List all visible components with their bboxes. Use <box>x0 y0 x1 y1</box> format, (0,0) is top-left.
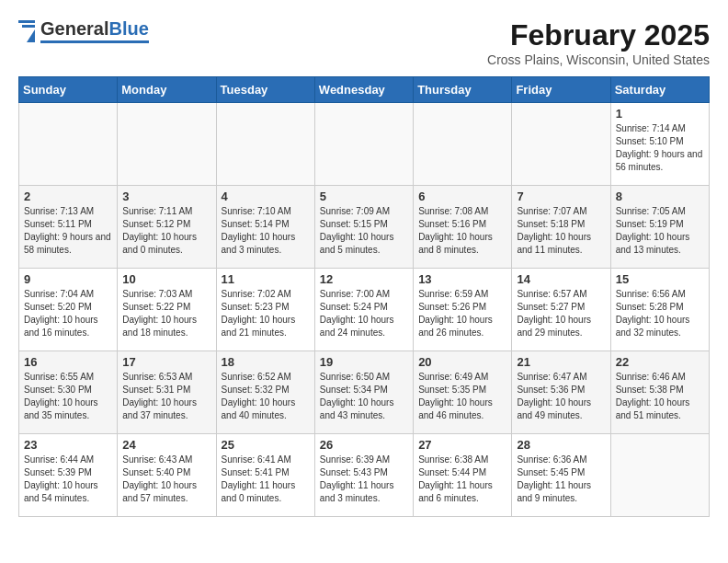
day-info: Sunrise: 7:00 AM Sunset: 5:24 PM Dayligh… <box>320 288 408 339</box>
calendar-week-row: 23Sunrise: 6:44 AM Sunset: 5:39 PM Dayli… <box>19 434 710 517</box>
calendar-day-cell <box>414 103 512 186</box>
day-info: Sunrise: 6:41 AM Sunset: 5:41 PM Dayligh… <box>222 454 310 505</box>
calendar-day-cell <box>216 103 314 186</box>
day-info: Sunrise: 7:04 AM Sunset: 5:20 PM Dayligh… <box>24 288 112 339</box>
calendar-day-cell: 14Sunrise: 6:57 AM Sunset: 5:27 PM Dayli… <box>512 269 610 351</box>
day-info: Sunrise: 7:05 AM Sunset: 5:19 PM Dayligh… <box>616 205 704 257</box>
day-number: 1 <box>616 107 704 121</box>
calendar-header-friday: Friday <box>512 77 610 103</box>
logo-blue: Blue <box>108 18 148 39</box>
calendar-day-cell: 15Sunrise: 6:56 AM Sunset: 5:28 PM Dayli… <box>610 269 709 351</box>
day-info: Sunrise: 6:50 AM Sunset: 5:34 PM Dayligh… <box>320 371 408 422</box>
day-info: Sunrise: 7:09 AM Sunset: 5:15 PM Dayligh… <box>320 205 408 257</box>
calendar-day-cell: 12Sunrise: 7:00 AM Sunset: 5:24 PM Dayli… <box>314 269 413 351</box>
calendar-day-cell: 22Sunrise: 6:46 AM Sunset: 5:38 PM Dayli… <box>610 351 709 434</box>
calendar-header-thursday: Thursday <box>414 77 512 103</box>
calendar-day-cell: 24Sunrise: 6:43 AM Sunset: 5:40 PM Dayli… <box>118 434 216 517</box>
calendar-header-saturday: Saturday <box>610 77 709 103</box>
day-number: 5 <box>320 190 408 203</box>
calendar-day-cell: 20Sunrise: 6:49 AM Sunset: 5:35 PM Dayli… <box>414 351 512 434</box>
day-number: 23 <box>24 438 112 452</box>
calendar-week-row: 2Sunrise: 7:13 AM Sunset: 5:11 PM Daylig… <box>19 186 710 269</box>
calendar-table: SundayMondayTuesdayWednesdayThursdayFrid… <box>18 76 710 517</box>
day-info: Sunrise: 6:36 AM Sunset: 5:45 PM Dayligh… <box>517 454 605 505</box>
calendar-day-cell: 26Sunrise: 6:39 AM Sunset: 5:43 PM Dayli… <box>314 434 413 517</box>
day-info: Sunrise: 6:46 AM Sunset: 5:38 PM Dayligh… <box>616 371 704 422</box>
calendar-day-cell: 4Sunrise: 7:10 AM Sunset: 5:14 PM Daylig… <box>216 186 314 269</box>
day-info: Sunrise: 6:53 AM Sunset: 5:31 PM Dayligh… <box>122 371 210 422</box>
day-number: 28 <box>517 438 605 452</box>
day-info: Sunrise: 6:47 AM Sunset: 5:36 PM Dayligh… <box>517 371 605 422</box>
calendar-day-cell: 9Sunrise: 7:04 AM Sunset: 5:20 PM Daylig… <box>19 269 118 351</box>
day-number: 18 <box>222 355 310 369</box>
day-info: Sunrise: 6:43 AM Sunset: 5:40 PM Dayligh… <box>122 454 210 505</box>
day-number: 11 <box>222 272 310 286</box>
day-info: Sunrise: 7:08 AM Sunset: 5:16 PM Dayligh… <box>418 205 506 257</box>
location: Cross Plains, Wisconsin, United States <box>487 52 710 67</box>
calendar-day-cell: 10Sunrise: 7:03 AM Sunset: 5:22 PM Dayli… <box>118 269 216 351</box>
day-info: Sunrise: 6:39 AM Sunset: 5:43 PM Dayligh… <box>320 454 408 505</box>
day-number: 27 <box>418 438 506 452</box>
logo-icon <box>18 20 35 42</box>
month-title: February 2025 <box>487 18 710 52</box>
calendar-day-cell: 19Sunrise: 6:50 AM Sunset: 5:34 PM Dayli… <box>314 351 413 434</box>
day-number: 4 <box>222 190 310 203</box>
day-info: Sunrise: 6:49 AM Sunset: 5:35 PM Dayligh… <box>418 371 506 422</box>
calendar-day-cell: 6Sunrise: 7:08 AM Sunset: 5:16 PM Daylig… <box>414 186 512 269</box>
calendar-header-monday: Monday <box>118 77 216 103</box>
calendar-day-cell: 23Sunrise: 6:44 AM Sunset: 5:39 PM Dayli… <box>19 434 118 517</box>
calendar-day-cell: 28Sunrise: 6:36 AM Sunset: 5:45 PM Dayli… <box>512 434 610 517</box>
day-number: 6 <box>418 190 506 203</box>
day-info: Sunrise: 6:56 AM Sunset: 5:28 PM Dayligh… <box>616 288 704 339</box>
day-number: 10 <box>122 272 210 286</box>
day-number: 20 <box>418 355 506 369</box>
calendar-day-cell: 3Sunrise: 7:11 AM Sunset: 5:12 PM Daylig… <box>118 186 216 269</box>
day-info: Sunrise: 7:10 AM Sunset: 5:14 PM Dayligh… <box>222 205 310 257</box>
day-number: 17 <box>122 355 210 369</box>
day-number: 19 <box>320 355 408 369</box>
day-info: Sunrise: 6:57 AM Sunset: 5:27 PM Dayligh… <box>517 288 605 339</box>
day-number: 16 <box>24 355 112 369</box>
day-info: Sunrise: 7:03 AM Sunset: 5:22 PM Dayligh… <box>122 288 210 339</box>
calendar-header-sunday: Sunday <box>19 77 118 103</box>
day-info: Sunrise: 6:52 AM Sunset: 5:32 PM Dayligh… <box>222 371 310 422</box>
calendar-day-cell: 7Sunrise: 7:07 AM Sunset: 5:18 PM Daylig… <box>512 186 610 269</box>
day-info: Sunrise: 6:44 AM Sunset: 5:39 PM Dayligh… <box>24 454 112 505</box>
day-info: Sunrise: 6:59 AM Sunset: 5:26 PM Dayligh… <box>418 288 506 339</box>
day-info: Sunrise: 6:55 AM Sunset: 5:30 PM Dayligh… <box>24 371 112 422</box>
day-number: 25 <box>222 438 310 452</box>
day-info: Sunrise: 6:38 AM Sunset: 5:44 PM Dayligh… <box>418 454 506 505</box>
calendar-week-row: 1Sunrise: 7:14 AM Sunset: 5:10 PM Daylig… <box>19 103 710 186</box>
day-number: 22 <box>616 355 704 369</box>
calendar-day-cell: 1Sunrise: 7:14 AM Sunset: 5:10 PM Daylig… <box>610 103 709 186</box>
day-number: 13 <box>418 272 506 286</box>
calendar-day-cell: 2Sunrise: 7:13 AM Sunset: 5:11 PM Daylig… <box>19 186 118 269</box>
calendar-day-cell <box>118 103 216 186</box>
calendar-header-wednesday: Wednesday <box>314 77 413 103</box>
day-number: 14 <box>517 272 605 286</box>
calendar-header-tuesday: Tuesday <box>216 77 314 103</box>
day-number: 12 <box>320 272 408 286</box>
day-info: Sunrise: 7:07 AM Sunset: 5:18 PM Dayligh… <box>517 205 605 257</box>
day-number: 9 <box>24 272 112 286</box>
day-number: 15 <box>616 272 704 286</box>
calendar-day-cell: 13Sunrise: 6:59 AM Sunset: 5:26 PM Dayli… <box>414 269 512 351</box>
calendar-day-cell <box>512 103 610 186</box>
calendar-week-row: 9Sunrise: 7:04 AM Sunset: 5:20 PM Daylig… <box>19 269 710 351</box>
calendar-day-cell: 11Sunrise: 7:02 AM Sunset: 5:23 PM Dayli… <box>216 269 314 351</box>
calendar-day-cell: 25Sunrise: 6:41 AM Sunset: 5:41 PM Dayli… <box>216 434 314 517</box>
calendar-day-cell: 5Sunrise: 7:09 AM Sunset: 5:15 PM Daylig… <box>314 186 413 269</box>
day-number: 8 <box>616 190 704 203</box>
day-number: 24 <box>122 438 210 452</box>
calendar-day-cell: 17Sunrise: 6:53 AM Sunset: 5:31 PM Dayli… <box>118 351 216 434</box>
day-number: 3 <box>122 190 210 203</box>
calendar-day-cell <box>19 103 118 186</box>
day-number: 7 <box>517 190 605 203</box>
logo-general: General <box>40 18 108 39</box>
day-info: Sunrise: 7:14 AM Sunset: 5:10 PM Dayligh… <box>616 122 704 174</box>
day-info: Sunrise: 7:02 AM Sunset: 5:23 PM Dayligh… <box>222 288 310 339</box>
calendar-day-cell: 27Sunrise: 6:38 AM Sunset: 5:44 PM Dayli… <box>414 434 512 517</box>
calendar-header-row: SundayMondayTuesdayWednesdayThursdayFrid… <box>19 77 710 103</box>
day-number: 21 <box>517 355 605 369</box>
logo: GeneralBlue <box>18 18 149 43</box>
